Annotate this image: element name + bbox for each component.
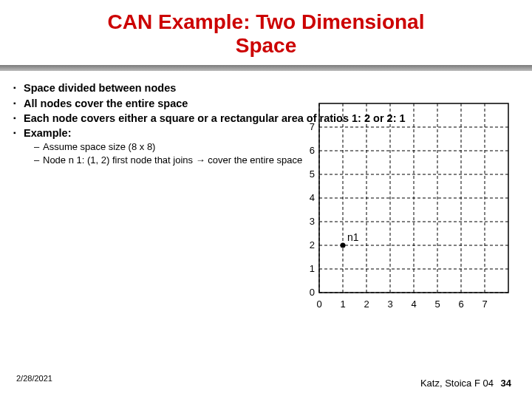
footer-date: 2/28/2021 <box>16 374 52 383</box>
x-ticks: 0 1 2 3 4 5 6 7 <box>316 299 487 310</box>
bullet-text: All nodes cover the entire space <box>24 98 188 109</box>
y-ticks: 0 1 2 3 4 5 6 7 <box>310 121 315 298</box>
sub-bullet-text: Assume space size (8 x 8) <box>43 141 155 152</box>
page-number: 34 <box>501 378 511 389</box>
title-divider <box>0 65 532 71</box>
title-line-1: CAN Example: Two Dimensional <box>108 10 425 33</box>
grid-svg: n1 0 1 2 3 4 5 6 7 0 1 2 3 4 5 6 7 <box>297 99 519 321</box>
tick-label: 3 <box>310 216 315 227</box>
credit-text: Katz, Stoica F 04 <box>420 378 494 389</box>
tick-label: 1 <box>310 263 315 274</box>
grid-lines <box>319 103 508 293</box>
bullet-text: Example: <box>24 127 71 139</box>
tick-label: 6 <box>458 299 463 310</box>
title-line-2: Space <box>236 34 297 57</box>
arrow-icon: → <box>196 154 205 166</box>
tick-label: 2 <box>310 239 315 250</box>
tick-label: 3 <box>387 299 392 310</box>
node-point <box>341 243 346 248</box>
tick-label: 1 <box>340 299 345 310</box>
sub-bullet-text: cover the entire space <box>205 154 303 166</box>
tick-label: 5 <box>310 168 315 180</box>
slide-title: CAN Example: Two Dimensional Space <box>0 0 532 58</box>
tick-label: 7 <box>482 299 487 310</box>
tick-label: 4 <box>310 192 315 203</box>
grid-chart: n1 0 1 2 3 4 5 6 7 0 1 2 3 4 5 6 7 <box>297 99 519 321</box>
sub-bullet-text: Node n 1: (1, 2) first node that joins <box>43 154 196 166</box>
tick-label: 0 <box>310 287 315 298</box>
slide: CAN Example: Two Dimensional Space Space… <box>0 0 532 399</box>
tick-label: 4 <box>411 299 416 310</box>
tick-label: 2 <box>364 299 369 310</box>
bullet-item: Space divided between nodes <box>13 81 519 95</box>
tick-label: 5 <box>434 299 440 310</box>
tick-label: 0 <box>316 299 321 310</box>
tick-label: 6 <box>310 145 315 156</box>
node-label: n1 <box>347 231 359 243</box>
footer-credit: Katz, Stoica F 04 34 <box>420 378 511 389</box>
tick-label: 7 <box>310 121 315 132</box>
bullet-text: Space divided between nodes <box>24 82 176 94</box>
